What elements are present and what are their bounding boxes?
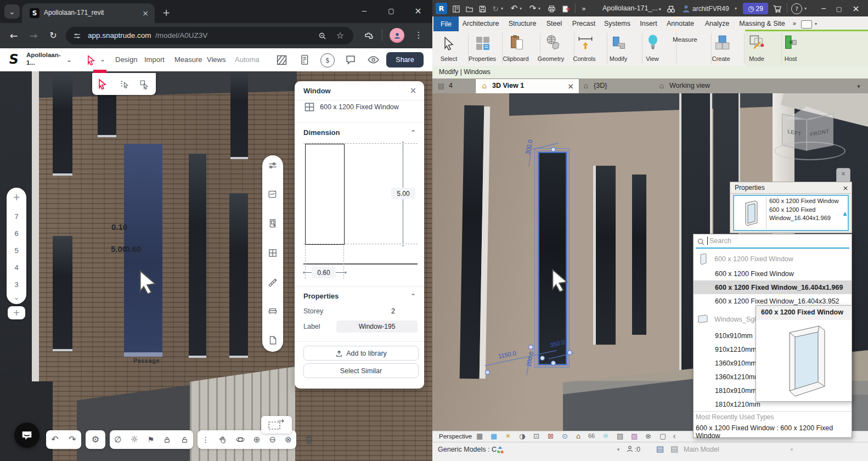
nav-views[interactable]: Views (207, 55, 226, 64)
cost-icon[interactable]: $ (320, 53, 334, 66)
family-header[interactable]: 600 x 1200 Fixed Window (714, 252, 846, 266)
nav-automate[interactable]: Automa (235, 55, 260, 64)
nav-import[interactable]: Import (144, 55, 165, 64)
window-opening[interactable] (229, 193, 248, 358)
dim-handle[interactable] (567, 350, 572, 355)
panel-display-dropdown-icon[interactable]: ▾ (813, 20, 819, 27)
account-person-icon[interactable] (680, 3, 691, 15)
window-opening[interactable] (53, 236, 72, 351)
worksets-icon[interactable]: ▤ (655, 444, 665, 454)
controls-tool-icon[interactable] (577, 34, 594, 53)
material-paint-icon[interactable] (267, 189, 278, 200)
unlock-icon[interactable] (181, 436, 189, 444)
project-name[interactable]: Apollolaan-1... (26, 51, 63, 66)
type-selector-open-icon[interactable]: ▲ (842, 210, 848, 217)
storey-7[interactable]: 7 (10, 211, 23, 222)
zoom-in-icon[interactable]: ⊕ (253, 436, 261, 444)
orbit-icon[interactable] (236, 435, 245, 444)
revit-logo[interactable]: R (436, 3, 447, 14)
design-options-icon[interactable]: ▤ (669, 444, 679, 454)
tab-architecture[interactable]: Architecture (463, 20, 499, 27)
chat-bubble-button[interactable] (14, 423, 40, 448)
storey-add-below-button[interactable]: + (8, 306, 25, 319)
design-option-dropdown-icon[interactable]: ▾ (788, 446, 796, 453)
omnibox[interactable]: app.snaptrude.com /model/A0UZ3V ☆ (66, 27, 353, 44)
select-similar-button[interactable]: Select Similar (303, 363, 419, 378)
dimension-collapse-icon[interactable]: ⌃ (409, 128, 418, 137)
comments-icon[interactable] (344, 53, 357, 66)
create-tool-icon[interactable] (714, 33, 730, 53)
panel-display-toggle-icon[interactable] (801, 20, 812, 29)
view-tab-3d[interactable]: ⌂ {3D} (580, 80, 630, 93)
bookmark-star-icon[interactable]: ☆ (335, 30, 346, 41)
host-tool-icon[interactable] (782, 33, 800, 53)
properties-button[interactable]: Properties (469, 55, 496, 62)
dim-handle[interactable] (485, 370, 490, 375)
viewcube[interactable]: LEFT FRONT (782, 109, 837, 159)
search-input[interactable]: Search (709, 237, 731, 245)
view-button[interactable]: View (646, 55, 659, 62)
tab-steel[interactable]: Steel (546, 20, 562, 27)
tab-close-icon[interactable]: × (140, 8, 150, 18)
help-icon[interactable]: ? (791, 3, 802, 14)
open-folder-icon[interactable] (464, 4, 474, 14)
tab-massing-site[interactable]: Massing & Site (739, 20, 785, 27)
label-flag-icon[interactable]: ⚑ (147, 436, 154, 443)
redo-dropdown-icon[interactable]: ▾ (537, 5, 542, 12)
type-item[interactable]: 600 x 1200 Fixed Window (715, 267, 847, 280)
sync-dropdown-icon[interactable]: ▾ (499, 5, 505, 12)
save-icon[interactable] (477, 4, 487, 14)
extensions-icon[interactable] (362, 29, 374, 41)
site-info-icon[interactable] (72, 31, 81, 40)
revit-maximize-button[interactable]: ▢ (832, 3, 846, 14)
unlock-view-icon[interactable]: ⊙ (562, 432, 568, 440)
clipboard-tool-icon[interactable] (509, 33, 525, 53)
hide-objects-icon[interactable]: ∅ (114, 436, 121, 444)
file-page-icon[interactable] (267, 335, 278, 346)
tab-annotate[interactable]: Annotate (667, 20, 694, 27)
redo-icon[interactable]: ↷ (69, 435, 76, 444)
view-eye-icon[interactable] (367, 54, 380, 65)
tab-precast[interactable]: Precast (572, 20, 595, 27)
dim-handle[interactable] (551, 361, 556, 366)
browser-tab[interactable]: S Apollolaan-171_revit × (22, 3, 155, 23)
mru-item[interactable]: 600 x 1200 Fixed Window : 600 x 1200 Fix… (696, 424, 850, 435)
back-icon[interactable]: ← (7, 29, 21, 43)
undo-icon[interactable]: ↶ (51, 435, 58, 444)
help-dropdown-icon[interactable]: ▾ (803, 5, 808, 12)
hide-crop-icon[interactable]: ⊠ (548, 432, 554, 440)
reveal-hidden-icon[interactable]: ☼ (602, 432, 609, 440)
transfer-icon[interactable] (561, 4, 571, 14)
add-to-library-button[interactable]: Add to library (303, 346, 419, 361)
window-maximize-button[interactable]: ▢ (384, 4, 399, 18)
height-value[interactable]: 5.00 (391, 188, 415, 199)
view-tab-working[interactable]: ⌂ Working view (656, 80, 728, 93)
reload-icon[interactable]: ↻ (46, 29, 60, 43)
project-chevron-icon[interactable]: ⌄ (65, 55, 74, 64)
displaced-elements-icon[interactable]: ⊗ (645, 432, 651, 440)
account-username[interactable]: architFVR49 (692, 5, 729, 13)
properties-close-icon[interactable]: × (841, 183, 850, 192)
select-button[interactable]: Select (441, 55, 458, 62)
dim-handle[interactable] (551, 147, 556, 152)
revit-minimize-button[interactable]: ─ (816, 3, 831, 14)
browser-menu-icon[interactable]: ⋮ (413, 29, 425, 41)
geometry-button[interactable]: Geometry (538, 55, 564, 62)
properties-tool-icon[interactable] (475, 34, 491, 53)
select-arrow-tool[interactable] (97, 77, 110, 91)
sun-path-icon[interactable]: ☀ (505, 432, 511, 440)
worksharing-display-icon[interactable]: ▨ (631, 432, 638, 440)
more-options-icon[interactable]: ⋮ (202, 436, 210, 443)
measure-panel-label[interactable]: Measure (673, 36, 697, 43)
type-item-selected[interactable]: 600 x 1200 Fixed Window_16.404x1.969 (715, 281, 847, 294)
store-cart-icon[interactable] (771, 3, 784, 15)
dim-handle[interactable] (540, 356, 545, 361)
window-opening[interactable] (230, 71, 248, 159)
tab-insert[interactable]: Insert (640, 20, 657, 27)
window-opening[interactable] (596, 166, 616, 345)
view-scale-label[interactable]: Perspective (439, 433, 472, 440)
view-tab-sheet[interactable]: ▤ 4 (435, 80, 474, 93)
modify-button[interactable]: Modify (610, 55, 627, 62)
window-close-button[interactable]: × (410, 4, 426, 18)
staircase-icon[interactable] (267, 277, 278, 288)
